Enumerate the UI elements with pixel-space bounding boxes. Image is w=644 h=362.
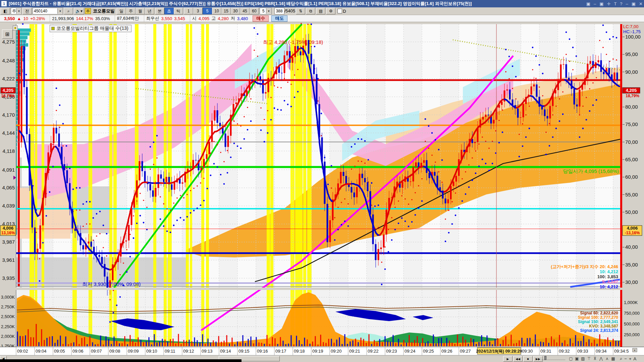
restore2-icon[interactable]: ▣: [632, 1, 636, 6]
grid-layout-button[interactable]: ⊞: [2, 29, 13, 39]
period-year-button[interactable]: 년: [145, 8, 154, 14]
svg-text:250,000: 250,000: [624, 332, 640, 337]
table-tool-icon[interactable]: ▦: [611, 356, 615, 361]
trade-amount: 87,634백만: [117, 15, 139, 21]
open-label: 시: [192, 15, 197, 21]
window-title: [0601] 주식종합차트 - 유통비율[21.4] 거래대금[87,615(백…: [9, 1, 584, 7]
text-tool-icon[interactable]: T: [614, 1, 616, 6]
unit-second-button[interactable]: 초: [164, 8, 174, 14]
best-ask: 3,545: [174, 16, 185, 21]
wave-tool-icon[interactable]: ⋏: [605, 356, 609, 361]
best-bid: 3,550: [161, 16, 172, 21]
compare-chart-icon[interactable]: ⇅: [296, 8, 305, 14]
svg-text:13,16%: 13,16%: [1, 231, 15, 235]
minimize-icon[interactable]: –: [594, 1, 596, 6]
svg-text:09:25: 09:25: [423, 349, 434, 354]
svg-text:09:22: 09:22: [368, 349, 379, 354]
trend-tool-icon[interactable]: ⊼: [593, 356, 597, 361]
stop-button[interactable]: ■: [523, 356, 533, 362]
market-type-combo[interactable]: 주▼: [11, 8, 22, 14]
indicator-toggle-icon[interactable]: [13, 25, 18, 31]
bar-total-label: /5405: [284, 8, 296, 13]
slider-handle[interactable]: [544, 356, 546, 360]
search-icon[interactable]: ⌕: [64, 8, 73, 14]
crosshair-tool-icon[interactable]: ⊤: [587, 356, 591, 361]
window-titlebar: 1 [0601] 주식종합차트 - 유통비율[21.4] 거래대금[87,615…: [0, 0, 644, 7]
pattern-icon[interactable]: ▨: [581, 356, 585, 361]
svg-text:50,00: 50,00: [625, 209, 638, 215]
close-icon[interactable]: ✕: [639, 1, 643, 6]
svg-text:Signal 100: 2,777,270: Signal 100: 2,777,270: [578, 315, 618, 320]
interval-30-button[interactable]: 30: [231, 8, 240, 14]
period-day-button[interactable]: 일: [117, 8, 126, 14]
svg-text:09:23: 09:23: [386, 349, 397, 354]
svg-text:4,006: 4,006: [627, 226, 638, 231]
chart-area[interactable]: 4,2754,2484,2224,1964,1704,1444,1184,091…: [0, 22, 644, 356]
chevron-down-icon: ▼: [266, 8, 271, 14]
unit-minute-button[interactable]: 분: [155, 8, 164, 14]
svg-text:-13,16%: -13,16%: [625, 231, 640, 235]
layout-single-icon[interactable]: ▢: [569, 356, 573, 361]
magnifier-icon[interactable]: ⌕: [620, 356, 622, 361]
chart-canvas[interactable]: 4,2754,2484,2224,1964,1704,1444,1184,091…: [0, 22, 644, 356]
layout-multi-icon[interactable]: ▣: [575, 356, 579, 361]
svg-text:09:09: 09:09: [128, 349, 139, 354]
fast-forward-button[interactable]: ▶▶: [533, 356, 543, 362]
interval-15-button[interactable]: 15: [221, 8, 231, 14]
svg-text:4,205: 4,205: [3, 88, 14, 93]
interval-10-button[interactable]: 10: [212, 8, 221, 14]
low-label: 저: [231, 15, 235, 21]
svg-text:09:33: 09:33: [577, 349, 588, 354]
interval-60-button[interactable]: 60: [250, 8, 259, 14]
svg-text:09:13: 09:13: [202, 349, 213, 354]
turnover-pct: 35.03%: [95, 16, 110, 21]
duplicate-window-icon[interactable]: ▣: [599, 1, 603, 6]
svg-text:2,250K: 2,250K: [1, 324, 15, 329]
svg-text:09:30: 09:30: [522, 349, 533, 354]
svg-text:100,00: 100,00: [625, 34, 641, 40]
speed-slider[interactable]: [542, 357, 565, 360]
svg-text:09:27: 09:27: [460, 349, 471, 354]
interval-5-button[interactable]: 5: [203, 8, 212, 14]
save-icon[interactable]: ▤: [316, 8, 325, 14]
svg-text:09:08: 09:08: [109, 349, 120, 354]
prev-stock-button[interactable]: 전: [22, 8, 32, 14]
stock-code-combo[interactable]: 450140▼: [33, 8, 63, 14]
multi-chart-icon[interactable]: ⧉: [306, 8, 315, 14]
buy-button[interactable]: 매수: [253, 15, 269, 22]
font-size-button[interactable]: A: [633, 356, 636, 361]
settings-gear-icon[interactable]: ⚙: [326, 8, 335, 14]
period-week-button[interactable]: 주: [126, 8, 136, 14]
panel-toggle-button[interactable]: ◧: [1, 8, 10, 14]
updown-tool-icon[interactable]: ⋀: [599, 356, 603, 361]
svg-text:09:06: 09:06: [72, 349, 84, 354]
d-checkbox[interactable]: [337, 9, 342, 13]
svg-text:Signal 60: 2,822,620: Signal 60: 2,822,620: [580, 311, 619, 315]
unit-tick-button[interactable]: 틱: [174, 8, 183, 14]
svg-text:09:31: 09:31: [540, 349, 551, 354]
play-button[interactable]: ▶: [503, 356, 513, 362]
volume: 21,993,906: [52, 16, 74, 21]
sound-button[interactable]: 🔉▾: [74, 8, 84, 14]
svg-text:09:32: 09:32: [559, 349, 570, 354]
pin-icon[interactable]: ✛: [607, 1, 610, 6]
interval-combo[interactable]: 5▼: [260, 8, 272, 14]
interval-45-button[interactable]: 45: [240, 8, 250, 14]
bottom-statusbar: ◀ ▶ ◀◀ ■ ▶▶ ▢ ▣ ▨ ⊤ ⊼ ⋀ ⋏ ▦ ⌕ − + A: [0, 356, 644, 362]
minimize2-icon[interactable]: –: [626, 1, 628, 6]
help-icon[interactable]: ?: [620, 1, 622, 6]
stock-type-badge: 주: [85, 8, 91, 14]
rewind-button[interactable]: ◀◀: [513, 356, 523, 362]
svg-text:Signal 24: 2,813,374: Signal 24: 2,813,374: [580, 328, 619, 333]
restore-icon[interactable]: ▣: [586, 1, 590, 6]
sell-button[interactable]: 매도: [271, 15, 287, 22]
volume-ratio: 144.17%: [76, 16, 93, 21]
zoom-in-button[interactable]: +: [629, 356, 632, 361]
interval-1-button[interactable]: 1: [184, 8, 193, 14]
zoom-out-button[interactable]: −: [624, 356, 627, 361]
bar-index-input[interactable]: 388: [274, 8, 284, 14]
period-month-button[interactable]: 월: [136, 8, 145, 14]
svg-text:4,118: 4,118: [3, 148, 15, 154]
low-price: 3,480: [237, 16, 248, 21]
interval-3-button[interactable]: 3: [193, 8, 203, 14]
